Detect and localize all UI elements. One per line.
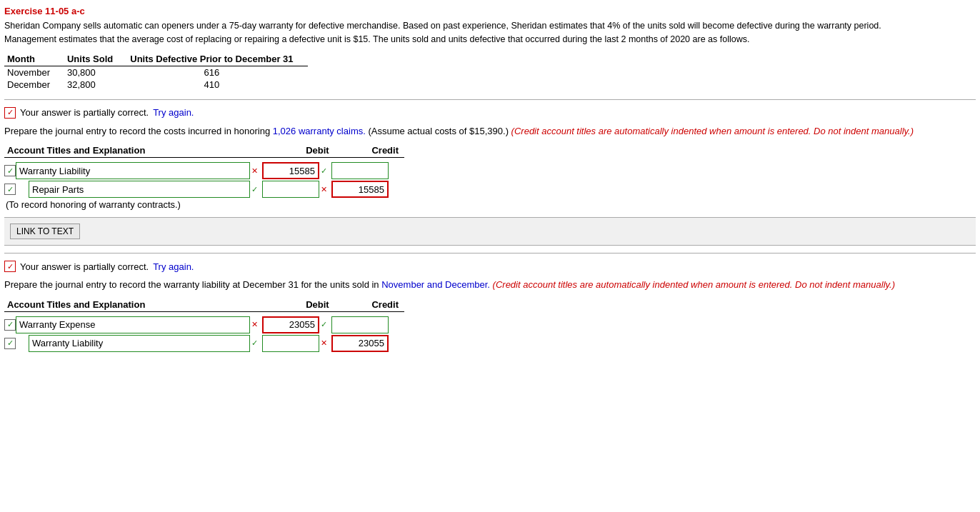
credit-check-icon-1: ✓ <box>321 166 327 176</box>
divider-2 <box>4 253 976 254</box>
row4-debit-input[interactable] <box>262 335 319 352</box>
row4-checkbox[interactable] <box>4 338 16 349</box>
journal-row-4-container: ✓ ✕ <box>4 335 976 352</box>
link-to-text-button-1[interactable]: LINK TO TEXT <box>10 224 80 239</box>
debit-check-icon-2: ✓ <box>251 185 258 194</box>
partial-correct-notice-2: ✓ Your answer is partially correct. Try … <box>4 261 976 272</box>
row1-account-input[interactable] <box>16 162 250 179</box>
credit-header-2: Credit <box>344 298 404 312</box>
journal-row-1-container: ✕ ✓ <box>4 162 976 179</box>
units-sold-header: Units Sold <box>64 52 127 66</box>
row2-checkbox[interactable] <box>4 184 16 195</box>
row1-checkbox[interactable] <box>4 165 16 176</box>
row2-debit-input[interactable] <box>262 181 319 198</box>
debit-header-2: Debit <box>267 298 344 312</box>
row3-debit-input[interactable] <box>262 316 319 333</box>
journal-row-2-container: ✓ ✕ <box>4 181 976 198</box>
divider-1 <box>4 99 976 100</box>
partial-correct-notice-1: ✓ Your answer is partially correct. Try … <box>4 107 976 119</box>
credit-check-icon-3: ✓ <box>321 320 327 329</box>
units-defective-header: Units Defective Prior to December 31 <box>127 52 307 66</box>
month-cell: December <box>4 79 64 91</box>
partial-label-1: Your answer is partially correct. <box>20 107 149 118</box>
journal-table-2: Account Titles and Explanation Debit Cre… <box>4 298 404 312</box>
row4-account-input[interactable] <box>29 335 250 352</box>
row2-account-input[interactable] <box>29 181 250 198</box>
instruction-1: Prepare the journal entry to record the … <box>4 124 976 139</box>
debit-x-icon-1: ✕ <box>251 166 258 176</box>
try-again-link-1[interactable]: Try again. <box>153 107 194 118</box>
instruction-2: Prepare the journal entry to record the … <box>4 278 976 292</box>
credit-header-1: Credit <box>344 144 404 158</box>
debit-header-1: Debit <box>267 144 344 158</box>
credit-x-icon-4: ✕ <box>321 338 327 348</box>
exercise-description: Sheridan Company sells automatic can ope… <box>4 19 976 46</box>
row4-credit-input[interactable] <box>331 335 389 352</box>
row3-checkbox[interactable] <box>4 319 16 331</box>
partial-check-icon-1: ✓ <box>4 107 16 119</box>
partial-check-icon-2: ✓ <box>4 261 16 272</box>
note-1: (To record honoring of warranty contract… <box>6 199 976 210</box>
units-sold-cell: 30,800 <box>64 66 127 79</box>
units-sold-cell: 32,800 <box>64 79 127 91</box>
credit-x-icon-2: ✕ <box>321 185 327 194</box>
table-row: November 30,800 616 <box>4 66 308 79</box>
journal-table-1: Account Titles and Explanation Debit Cre… <box>4 144 404 158</box>
units-table: Month Units Sold Units Defective Prior t… <box>4 52 308 91</box>
units-defective-cell: 410 <box>127 79 307 91</box>
account-header-2: Account Titles and Explanation <box>4 298 267 312</box>
units-defective-cell: 616 <box>127 66 307 79</box>
debit-x-icon-3: ✕ <box>251 320 258 329</box>
section-2: ✓ Your answer is partially correct. Try … <box>4 261 976 352</box>
row2-credit-input[interactable] <box>331 181 389 198</box>
row3-account-input[interactable] <box>16 316 250 333</box>
partial-label-2: Your answer is partially correct. <box>20 261 149 272</box>
link-section-1: LINK TO TEXT <box>4 217 976 246</box>
month-header: Month <box>4 52 64 66</box>
exercise-title: Exercise 11-05 a-c <box>4 6 976 16</box>
row3-credit-input[interactable] <box>331 316 389 333</box>
account-header-1: Account Titles and Explanation <box>4 144 267 158</box>
section-1: ✓ Your answer is partially correct. Try … <box>4 107 976 211</box>
debit-check-icon-4: ✓ <box>251 338 258 348</box>
table-row: December 32,800 410 <box>4 79 308 91</box>
row1-credit-input[interactable] <box>331 162 389 179</box>
try-again-link-2[interactable]: Try again. <box>153 261 194 272</box>
month-cell: November <box>4 66 64 79</box>
row1-debit-input[interactable] <box>262 162 319 179</box>
journal-row-3-container: ✕ ✓ <box>4 316 976 333</box>
